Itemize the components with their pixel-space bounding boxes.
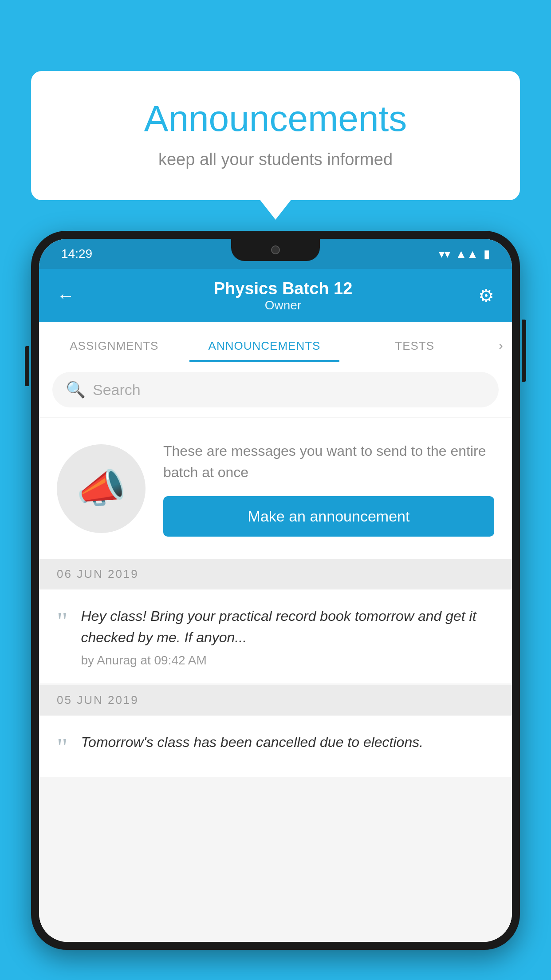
prompt-text: These are messages you want to send to t… xyxy=(163,440,494,483)
app-bar: ← Physics Batch 12 Owner ⚙ xyxy=(39,269,512,322)
tab-more-icon[interactable]: › xyxy=(490,339,512,362)
megaphone-icon: 📣 xyxy=(76,465,126,512)
search-placeholder: Search xyxy=(93,381,141,399)
speech-bubble-section: Announcements keep all your students inf… xyxy=(31,71,520,200)
tabs-bar: ASSIGNMENTS ANNOUNCEMENTS TESTS › xyxy=(39,322,512,362)
status-time: 14:29 xyxy=(61,247,92,261)
status-icons: ▾▾ ▲▲ ▮ xyxy=(439,247,490,261)
bubble-subtitle: keep all your students informed xyxy=(67,150,484,169)
settings-icon[interactable]: ⚙ xyxy=(478,285,494,306)
tab-assignments[interactable]: ASSIGNMENTS xyxy=(39,339,189,362)
status-bar: 14:29 ▾▾ ▲▲ ▮ xyxy=(39,239,512,269)
date-separator-1: 06 JUN 2019 xyxy=(39,559,512,589)
quote-icon-2: " xyxy=(57,734,68,761)
make-announcement-button[interactable]: Make an announcement xyxy=(163,496,494,537)
signal-icon: ▲▲ xyxy=(456,247,478,261)
megaphone-circle: 📣 xyxy=(57,444,146,533)
wifi-icon: ▾▾ xyxy=(439,247,450,261)
camera-dot xyxy=(271,245,280,254)
announcement-item-1[interactable]: " Hey class! Bring your practical record… xyxy=(39,589,512,684)
status-notch xyxy=(231,239,320,261)
announcement-content-2: Tomorrow's class has been cancelled due … xyxy=(81,731,495,758)
date-separator-2: 05 JUN 2019 xyxy=(39,685,512,715)
speech-bubble: Announcements keep all your students inf… xyxy=(31,71,520,200)
announcement-content-1: Hey class! Bring your practical record b… xyxy=(81,605,495,668)
phone-outer: 14:29 ▾▾ ▲▲ ▮ ← Physics Batch 12 Owner ⚙ xyxy=(31,231,520,950)
search-bar[interactable]: 🔍 Search xyxy=(52,372,499,407)
phone-inner: 14:29 ▾▾ ▲▲ ▮ ← Physics Batch 12 Owner ⚙ xyxy=(39,239,512,942)
quote-icon-1: " xyxy=(57,608,68,635)
announcement-item-2[interactable]: " Tomorrow's class has been cancelled du… xyxy=(39,715,512,777)
search-icon: 🔍 xyxy=(66,380,86,399)
bubble-title: Announcements xyxy=(67,98,484,139)
app-bar-title: Physics Batch 12 xyxy=(88,279,478,298)
prompt-right: These are messages you want to send to t… xyxy=(163,440,494,537)
announcement-text-2: Tomorrow's class has been cancelled due … xyxy=(81,731,495,753)
search-container: 🔍 Search xyxy=(39,362,512,417)
announcement-meta-1: by Anurag at 09:42 AM xyxy=(81,653,495,668)
announcement-prompt: 📣 These are messages you want to send to… xyxy=(39,418,512,559)
back-button[interactable]: ← xyxy=(57,286,75,306)
app-bar-title-section: Physics Batch 12 Owner xyxy=(88,279,478,312)
announcement-text-1: Hey class! Bring your practical record b… xyxy=(81,605,495,648)
tab-tests[interactable]: TESTS xyxy=(339,339,490,362)
phone-container: 14:29 ▾▾ ▲▲ ▮ ← Physics Batch 12 Owner ⚙ xyxy=(31,231,520,980)
battery-icon: ▮ xyxy=(484,247,490,261)
app-bar-subtitle: Owner xyxy=(88,298,478,312)
tab-announcements[interactable]: ANNOUNCEMENTS xyxy=(189,339,340,362)
content-area: 🔍 Search 📣 These are messages you want t… xyxy=(39,362,512,942)
